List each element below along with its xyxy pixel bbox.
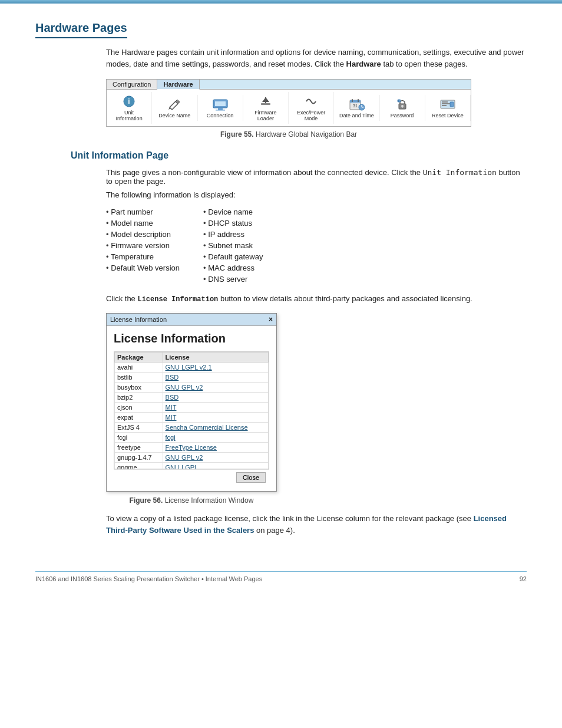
list-item: Subnet mask — [203, 240, 263, 251]
description-text-end: tab to open these pages. — [381, 60, 468, 68]
table-row[interactable]: Sencha Commercial License — [163, 423, 268, 433]
svg-rect-5 — [216, 110, 225, 111]
table-row: cjson — [115, 403, 163, 413]
license-titlebar-text: License Information — [110, 316, 167, 323]
exec-power-icon — [303, 94, 319, 108]
nav-icon-exec-power-mode[interactable]: Exec/Power Mode — [289, 92, 334, 124]
figure-55-caption: Figure 55. Hardware Global Navigation Ba… — [106, 130, 471, 139]
table-row[interactable]: BSD — [163, 393, 268, 403]
table-row[interactable]: GNU LGPL v2.1 — [163, 363, 268, 373]
nav-label-date-time: Date and Time — [339, 113, 374, 118]
list-item: Default gateway — [203, 251, 263, 262]
section-title: Hardware Pages — [35, 21, 127, 38]
subsection-title: Unit Information Page — [71, 150, 527, 161]
tab-hardware[interactable]: Hardware — [157, 80, 199, 90]
svg-text:31: 31 — [353, 104, 358, 108]
svg-rect-24 — [442, 101, 448, 103]
table-row[interactable]: FreeType License — [163, 443, 268, 453]
nav-icon-unit-information[interactable]: i Unit Information — [107, 92, 152, 124]
table-row: bzip2 — [115, 393, 163, 403]
license-scroll-area[interactable]: Package License avahiGNU LGPL v2.1bstlib… — [114, 351, 269, 469]
list-item: Model description — [106, 229, 180, 240]
table-row[interactable]: GNU GPL v2 — [163, 453, 268, 463]
figure-56-title: License Information Window — [165, 496, 254, 505]
list-item: Device name — [203, 206, 263, 218]
table-row[interactable]: MIT — [163, 403, 268, 413]
svg-text:i: i — [128, 97, 130, 106]
list-item: Model name — [106, 218, 180, 229]
nav-icon-date-time[interactable]: 31 Date and Time — [334, 95, 379, 121]
nav-bar-tabs: Configuration Hardware — [107, 80, 471, 90]
svg-rect-21 — [398, 100, 399, 102]
nav-icon-password[interactable]: Password — [380, 95, 425, 121]
svg-rect-6 — [261, 103, 270, 105]
description-bold: Hardware — [346, 60, 381, 68]
nav-bar-container: Configuration Hardware i Unit Informatio… — [106, 79, 471, 127]
table-row[interactable]: BSD — [163, 373, 268, 383]
page-content: Hardware Pages The Hardware pages contai… — [0, 4, 562, 618]
license-footer: Close — [114, 469, 269, 485]
connection-icon — [212, 97, 229, 111]
firmware-loader-icon — [257, 94, 274, 108]
reset-device-icon — [439, 97, 456, 111]
unit-information-code: Unit Information — [423, 168, 497, 177]
figure-56-caption: Figure 56. License Information Window — [106, 496, 277, 505]
unit-information-icon: i — [121, 94, 137, 108]
nav-icon-firmware-loader[interactable]: Firmware Loader — [243, 92, 289, 124]
nav-label-exec-power-mode: Exec/Power Mode — [293, 110, 329, 121]
list-item: Temperature — [106, 251, 180, 262]
license-info-code: License Information — [137, 295, 218, 304]
list-item: IP address — [203, 229, 263, 240]
figure-55-label: Figure 55. — [220, 130, 254, 139]
license-information-window: License Information × License Informatio… — [106, 313, 277, 492]
right-bullet-list: Device name DHCP status IP address Subne… — [203, 206, 263, 285]
list-item: Part number — [106, 206, 180, 218]
date-time-icon: 31 — [348, 97, 365, 111]
page-footer: IN1606 and IN1608 Series Scaling Present… — [35, 571, 527, 582]
svg-rect-4 — [218, 108, 223, 110]
table-row: fcgi — [115, 433, 163, 443]
svg-rect-3 — [215, 101, 226, 106]
nav-icon-device-name[interactable]: Device Name — [152, 95, 197, 121]
license-table: Package License avahiGNU LGPL v2.1bstlib… — [114, 352, 269, 469]
list-item: Default Web version — [106, 262, 180, 274]
view-note: To view a copy of a listed package licen… — [106, 513, 527, 536]
nav-label-unit-information: Unit Information — [111, 110, 147, 121]
license-titlebar: License Information × — [107, 314, 276, 326]
list-item: Firmware version — [106, 240, 180, 251]
license-window-inner: License Information Package License avah… — [107, 326, 276, 491]
section-description: The Hardware pages contain unit informat… — [106, 47, 527, 70]
license-close-btn[interactable]: Close — [236, 472, 266, 483]
table-row: busybox — [115, 383, 163, 393]
table-row[interactable]: fcgi — [163, 433, 268, 443]
nav-icon-connection[interactable]: Connection — [198, 95, 243, 121]
nav-label-device-name: Device Name — [158, 113, 190, 118]
table-row: gnupg-1.4.7 — [115, 453, 163, 463]
license-close-button[interactable]: × — [269, 315, 273, 324]
tab-configuration[interactable]: Configuration — [107, 80, 157, 89]
table-row: gpgme — [115, 463, 163, 470]
svg-rect-27 — [450, 102, 454, 107]
svg-rect-26 — [442, 105, 447, 106]
bullet-col-right: Device name DHCP status IP address Subne… — [203, 206, 263, 285]
table-row: expat — [115, 413, 163, 423]
bullet-columns: Part number Model name Model description… — [106, 206, 527, 285]
nav-label-firmware-loader: Firmware Loader — [248, 110, 283, 121]
table-row[interactable]: MIT — [163, 413, 268, 423]
list-item: DNS server — [203, 274, 263, 285]
table-row[interactable]: GNU LGPL — [163, 463, 268, 470]
device-name-icon — [166, 97, 183, 111]
license-window-title: License Information — [114, 332, 269, 345]
nav-label-connection: Connection — [207, 113, 234, 118]
bullet-col-left: Part number Model name Model description… — [106, 206, 180, 285]
subsection-intro: This page gives a non-configurable view … — [106, 168, 527, 199]
col-header-package: Package — [115, 353, 163, 363]
table-row[interactable]: GNU GPL v2 — [163, 383, 268, 393]
list-item: DHCP status — [203, 218, 263, 229]
figure-55-title: Hardware Global Navigation Bar — [256, 130, 357, 139]
click-note: Click the License Information button to … — [106, 293, 527, 305]
table-row: bstlib — [115, 373, 163, 383]
footer-right: 92 — [520, 575, 527, 582]
nav-icon-reset-device[interactable]: Reset Device — [425, 95, 471, 121]
svg-rect-10 — [350, 100, 361, 103]
